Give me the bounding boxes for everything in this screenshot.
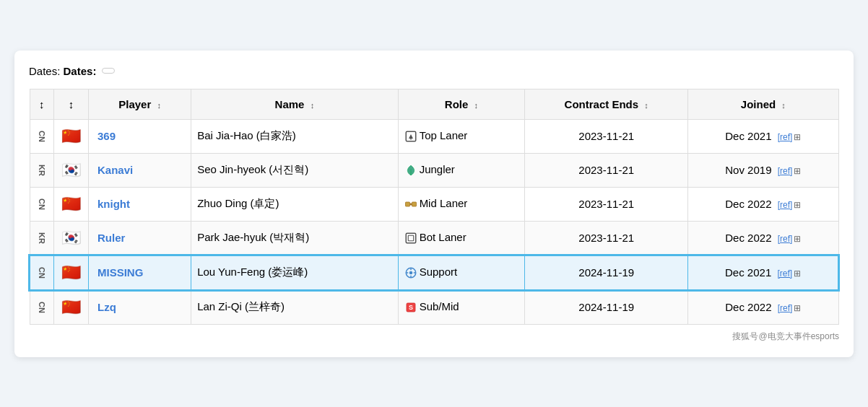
- svg-rect-8: [408, 235, 414, 241]
- region-cell: CN: [30, 119, 54, 153]
- player-link[interactable]: 369: [97, 130, 116, 142]
- svg-rect-3: [405, 202, 409, 206]
- flag-cell: 🇨🇳: [54, 187, 89, 221]
- player-name-cell[interactable]: MISSING: [89, 255, 191, 290]
- joined-cell: Dec 2022 [ref]⊞: [688, 221, 838, 255]
- player-link[interactable]: knight: [97, 198, 130, 210]
- flag-icon: 🇰🇷: [61, 161, 81, 179]
- full-name-cell: Seo Jin-hyeok (서진혁): [191, 153, 399, 187]
- role-cell: S Sub/Mid: [398, 290, 525, 325]
- role-cell: Bot Laner: [398, 221, 525, 255]
- svg-rect-7: [406, 233, 416, 243]
- role-cell: Top Laner: [398, 119, 525, 153]
- full-name-cell: Park Jae-hyuk (박재혁): [191, 221, 399, 255]
- player-link[interactable]: MISSING: [97, 266, 143, 279]
- joined-cell: Dec 2022 [ref]⊞: [688, 187, 838, 221]
- table-row: CN 🇨🇳 Lzq Lan Zi-Qi (兰梓奇) S Sub/Mid 2024…: [30, 290, 838, 325]
- table-header-row: ↕ ↕ Player ↕ Name ↕ Role ↕ Contract Ends…: [30, 89, 838, 119]
- role-cell: Support: [398, 255, 525, 290]
- region-cell: CN: [30, 255, 54, 290]
- flag-cell: 🇨🇳: [54, 255, 89, 290]
- player-link[interactable]: Kanavi: [97, 164, 133, 176]
- player-link[interactable]: Ruler: [97, 232, 125, 244]
- region-cell: KR: [30, 221, 54, 255]
- col-joined[interactable]: Joined ↕: [688, 89, 838, 119]
- col-arrow2[interactable]: ↕: [54, 89, 89, 119]
- joined-cell: Dec 2021 [ref]⊞: [688, 119, 838, 153]
- grid-icon: ⊞: [794, 268, 801, 279]
- contract-cell: 2023-11-21: [525, 119, 688, 153]
- role-cell: Jungler: [398, 153, 525, 187]
- watermark: 搜狐号@电竞大事件esports: [29, 331, 839, 343]
- svg-text:S: S: [409, 304, 413, 311]
- grid-icon: ⊞: [794, 234, 801, 244]
- table-row: KR 🇰🇷 Ruler Park Jae-hyuk (박재혁) Bot Lane…: [30, 221, 838, 255]
- flag-cell: 🇰🇷: [54, 221, 89, 255]
- grid-icon: ⊞: [794, 132, 801, 142]
- full-name-cell: Lan Zi-Qi (兰梓奇): [191, 290, 399, 325]
- col-role[interactable]: Role ↕: [398, 89, 525, 119]
- ref-link[interactable]: [ref]: [778, 200, 793, 210]
- grid-icon: ⊞: [794, 303, 801, 313]
- joined-cell: Dec 2021 [ref]⊞: [688, 255, 838, 290]
- table-row: CN 🇨🇳 knight Zhuo Ding (卓定) Mid Laner 20…: [30, 187, 838, 221]
- table-row: CN 🇨🇳 369 Bai Jia-Hao (白家浩) Top Laner 20…: [30, 119, 838, 153]
- ref-link[interactable]: [ref]: [778, 132, 793, 142]
- svg-rect-4: [412, 202, 416, 206]
- ref-link[interactable]: [ref]: [778, 303, 793, 313]
- contract-cell: 2024-11-19: [525, 255, 688, 290]
- table-row: CN 🇨🇳 MISSING Lou Yun-Feng (娄运峰) Support…: [30, 255, 838, 290]
- flag-icon: 🇨🇳: [61, 263, 81, 281]
- col-arrow1[interactable]: ↕: [30, 89, 54, 119]
- flag-icon: 🇨🇳: [61, 298, 81, 316]
- ref-link[interactable]: [ref]: [777, 268, 792, 279]
- flag-icon: 🇰🇷: [61, 229, 81, 247]
- region-cell: KR: [30, 153, 54, 187]
- region-cell: CN: [30, 187, 54, 221]
- player-name-cell[interactable]: Ruler: [89, 221, 191, 255]
- region-cell: CN: [30, 290, 54, 325]
- contract-cell: 2023-11-21: [525, 153, 688, 187]
- dates-bar: Dates: Dates:: [29, 65, 839, 77]
- contract-cell: 2023-11-21: [525, 221, 688, 255]
- main-container: Dates: Dates: ↕ ↕ Player ↕ Name ↕ Role ↕…: [14, 51, 854, 357]
- contract-cell: 2023-11-21: [525, 187, 688, 221]
- player-link[interactable]: Lzq: [97, 301, 116, 313]
- contract-cell: 2024-11-19: [525, 290, 688, 325]
- flag-cell: 🇨🇳: [54, 119, 89, 153]
- dates-label: Dates: Dates:: [29, 65, 96, 77]
- grid-icon: ⊞: [794, 200, 801, 210]
- player-name-cell[interactable]: knight: [89, 187, 191, 221]
- players-table: ↕ ↕ Player ↕ Name ↕ Role ↕ Contract Ends…: [29, 89, 839, 325]
- role-cell: Mid Laner: [398, 187, 525, 221]
- player-name-cell[interactable]: Kanavi: [89, 153, 191, 187]
- joined-cell: Nov 2019 [ref]⊞: [688, 153, 838, 187]
- joined-cell: Dec 2022 [ref]⊞: [688, 290, 838, 325]
- player-name-cell[interactable]: 369: [89, 119, 191, 153]
- full-name-cell: Lou Yun-Feng (娄运峰): [191, 255, 399, 290]
- flag-icon: 🇨🇳: [61, 195, 81, 213]
- full-name-cell: Bai Jia-Hao (白家浩): [191, 119, 399, 153]
- col-contract[interactable]: Contract Ends ↕: [525, 89, 688, 119]
- col-name[interactable]: Name ↕: [191, 89, 399, 119]
- flag-cell: 🇨🇳: [54, 290, 89, 325]
- dates-approx-button[interactable]: [102, 68, 115, 74]
- player-name-cell[interactable]: Lzq: [89, 290, 191, 325]
- full-name-cell: Zhuo Ding (卓定): [191, 187, 399, 221]
- col-player[interactable]: Player ↕: [89, 89, 191, 119]
- grid-icon: ⊞: [794, 166, 801, 176]
- ref-link[interactable]: [ref]: [778, 234, 793, 244]
- flag-icon: 🇨🇳: [61, 127, 81, 145]
- table-row: KR 🇰🇷 Kanavi Seo Jin-hyeok (서진혁) Jungler…: [30, 153, 838, 187]
- ref-link[interactable]: [ref]: [778, 166, 793, 176]
- flag-cell: 🇰🇷: [54, 153, 89, 187]
- svg-point-14: [409, 271, 412, 275]
